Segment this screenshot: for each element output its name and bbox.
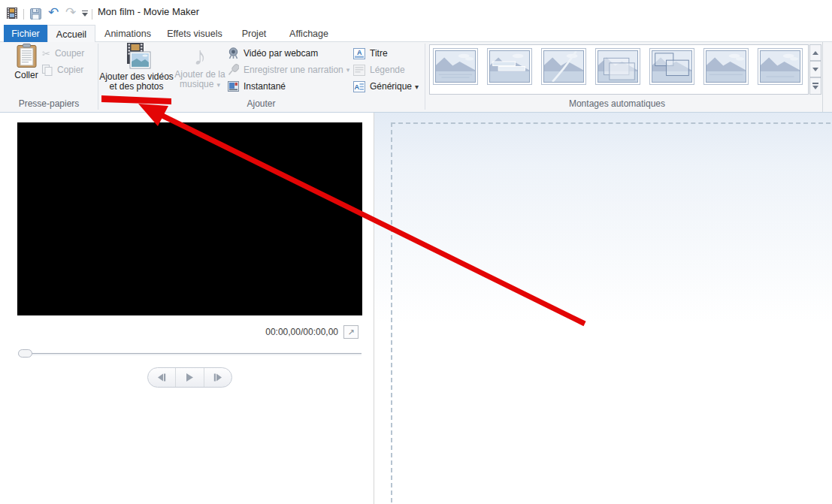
- chevron-down-icon: ▾: [415, 83, 419, 91]
- previous-frame-button[interactable]: [148, 368, 175, 387]
- automovie-group-label: Montages automatiques: [425, 98, 809, 109]
- more-bar-icon: [812, 83, 818, 84]
- theme-default-thumbnail[interactable]: [758, 48, 803, 85]
- playback-controls: [147, 367, 232, 388]
- filmstrip-glyph: [6, 8, 18, 19]
- gallery-scrollbar: [809, 44, 821, 95]
- triangle-up-icon: [812, 51, 818, 55]
- triangle-down-icon: [812, 68, 818, 71]
- paste-label: Coller: [14, 71, 38, 80]
- automovie-themes-gallery: [429, 44, 809, 95]
- caption-icon: [353, 65, 365, 76]
- fullscreen-preview-button[interactable]: ↗: [343, 325, 359, 339]
- undo-icon: ↶: [48, 6, 59, 19]
- tab-effets-visuels[interactable]: Effets visuels: [160, 25, 229, 42]
- chevron-down-icon: [82, 13, 88, 17]
- snapshot-icon: [228, 81, 239, 92]
- add-videos-photos-icon: [123, 43, 151, 71]
- title-icon: A: [353, 48, 365, 59]
- seek-bar-thumb[interactable]: [18, 349, 32, 358]
- redo-icon: ↷: [65, 6, 76, 19]
- title-label: Titre: [370, 48, 388, 59]
- credits-label: Générique: [370, 81, 412, 92]
- movie-maker-window: ↶ ↷ Mon film - Movie Maker Fichier Accue…: [0, 0, 832, 504]
- theme-cinematic-thumbnail[interactable]: [541, 48, 586, 85]
- ribbon-home: Coller ✂ Couper Copier Presse-papiers: [0, 42, 832, 113]
- gallery-scroll-down-button[interactable]: [809, 61, 821, 77]
- credits-button[interactable]: A Générique ▾: [353, 80, 419, 93]
- snapshot-button[interactable]: Instantané: [228, 80, 286, 93]
- toolbar-separator: [92, 9, 92, 20]
- credits-icon: A: [353, 81, 365, 92]
- expand-arrow-icon: ↗: [347, 327, 354, 337]
- redo-button[interactable]: ↷: [63, 5, 78, 20]
- chevron-down-icon: ▾: [346, 66, 350, 74]
- save-icon: [30, 8, 41, 20]
- add-group-label: Ajouter: [98, 98, 425, 109]
- clipboard-group-label: Presse-papiers: [0, 98, 98, 109]
- ribbon-tab-bar: Fichier Accueil Animations Effets visuel…: [0, 25, 832, 42]
- ribbon-right-edge: [822, 42, 823, 112]
- movie-maker-app-icon[interactable]: [5, 7, 19, 19]
- undo-button[interactable]: ↶: [46, 5, 61, 20]
- chevron-down-icon: ▾: [216, 81, 220, 89]
- add-music-label-line2: musique▾: [180, 80, 220, 90]
- timecode-display: 00:00,00/00:00,00: [210, 327, 338, 337]
- tab-fichier[interactable]: Fichier: [4, 25, 47, 42]
- preview-pane: 00:00,00/00:00,00 ↗: [0, 113, 374, 504]
- theme-fade-thumbnail[interactable]: [595, 48, 640, 85]
- window-title: Mon film - Movie Maker: [98, 6, 199, 17]
- tab-affichage[interactable]: Affichage: [279, 25, 339, 42]
- webcam-video-label: Vidéo par webcam: [244, 48, 318, 59]
- play-button[interactable]: [175, 368, 203, 387]
- toolbar-separator: [23, 9, 24, 20]
- step-forward-icon: [213, 373, 223, 382]
- tab-animations[interactable]: Animations: [95, 25, 160, 42]
- copy-button[interactable]: Copier: [42, 63, 83, 77]
- add-videos-label-line2: et des photos: [109, 82, 163, 92]
- theme-default-thumbnail[interactable]: [433, 48, 478, 85]
- scissors-icon: ✂: [42, 48, 50, 59]
- customize-toolbar-icon: [82, 11, 88, 12]
- theme-default-thumbnail[interactable]: [703, 48, 749, 85]
- next-frame-button[interactable]: [204, 368, 231, 387]
- snapshot-label: Instantané: [244, 81, 286, 92]
- title-bar: ↶ ↷ Mon film - Movie Maker: [0, 0, 832, 25]
- record-narration-button[interactable]: Enregistrer une narration ▾: [228, 63, 349, 77]
- copy-label: Copier: [57, 65, 83, 75]
- save-button[interactable]: [29, 8, 42, 20]
- triangle-down-icon: [812, 86, 818, 89]
- step-back-icon: [156, 373, 167, 382]
- add-music-button[interactable]: ♪ Ajouter de la musique▾: [174, 43, 226, 94]
- caption-label: Légende: [370, 65, 405, 75]
- cut-button[interactable]: ✂ Couper: [42, 47, 84, 60]
- tab-accueil[interactable]: Accueil: [47, 25, 95, 43]
- add-videos-photos-button[interactable]: Ajouter des vidéos et des photos: [101, 43, 172, 94]
- gallery-more-button[interactable]: [809, 77, 821, 95]
- cut-label: Couper: [55, 48, 84, 59]
- svg-text:A: A: [355, 83, 360, 91]
- record-narration-label: Enregistrer une narration: [244, 65, 343, 75]
- media-drop-zone[interactable]: [391, 122, 832, 504]
- seek-bar-track[interactable]: [18, 353, 362, 355]
- gallery-scroll-up-button[interactable]: [809, 44, 821, 61]
- customize-quick-access-button[interactable]: [80, 10, 90, 17]
- svg-text:A: A: [357, 49, 362, 56]
- music-note-icon: ♪: [194, 43, 207, 68]
- copy-icon: [42, 65, 53, 76]
- webcam-video-button[interactable]: Vidéo par webcam: [228, 47, 318, 60]
- title-button[interactable]: A Titre: [353, 47, 388, 60]
- theme-pan-zoom-thumbnail[interactable]: [649, 48, 694, 85]
- webcam-icon: [228, 47, 239, 59]
- paste-button[interactable]: Coller: [9, 44, 44, 93]
- caption-button[interactable]: Légende: [353, 63, 405, 77]
- video-preview-monitor[interactable]: [17, 122, 362, 315]
- tab-projet[interactable]: Projet: [229, 25, 279, 42]
- clipboard-paste-icon: [17, 44, 37, 68]
- storyboard-pane[interactable]: [374, 113, 832, 504]
- theme-contemporary-thumbnail[interactable]: [487, 48, 532, 85]
- play-icon: [185, 373, 194, 382]
- microphone-icon: [228, 64, 239, 76]
